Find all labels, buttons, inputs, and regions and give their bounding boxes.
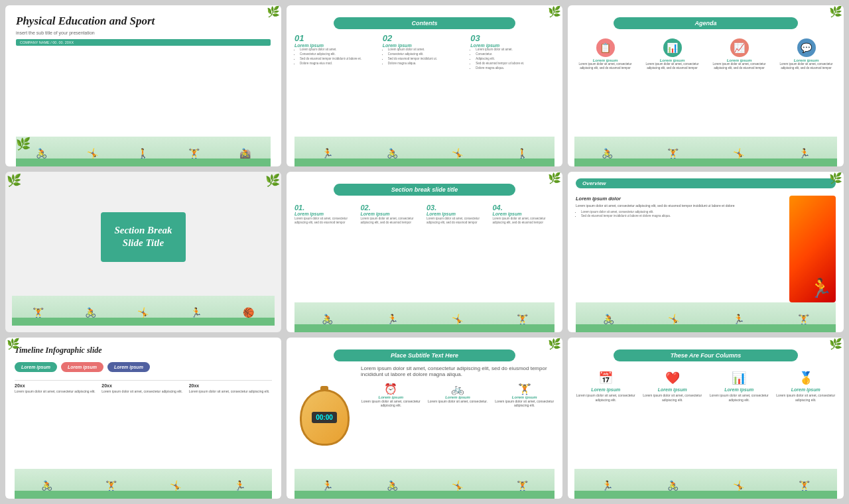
four-col-4: 🥇 Lorem ipsum Lorem ipsum dolor sit amet… (775, 371, 838, 403)
four-col1-label: Lorem ipsum (574, 387, 637, 392)
list-item: Dolore magna aliqua. (476, 66, 555, 70)
medal-icon: 🥇 (775, 371, 838, 385)
agenda-icons-row: 📋 Lorem ipsum Lorem ipsum dolor sit amet… (574, 38, 837, 70)
four-col4-text: Lorem ipsum dolor sit amet, consectetur … (775, 393, 838, 403)
figures: 🏃🚴🤸🚶 (294, 148, 555, 158)
timer-icon-text-2: Lorem ipsum dolor sit amet, consectetur. (428, 399, 488, 403)
section-col-4: 04. Lorem ipsum Lorem ipsum dolor sit am… (493, 204, 555, 225)
section-col-1: 01. Lorem ipsum Lorem ipsum dolor sit am… (294, 204, 357, 225)
list-item: Consectetur adipiscing elit. (388, 52, 467, 56)
tl-year-2: 20xx (101, 383, 184, 388)
slide2-illustration: 🏃🚴🤸🚶 (294, 137, 555, 166)
list-item: Sed do eiusmod tempor ut labore et. (476, 62, 555, 66)
agenda-text-4: Lorem ipsum dolor sit amet, consectetur … (775, 62, 837, 70)
overview-banner: Overview (576, 178, 836, 188)
list-item: Lorem ipsum dolor sit amet. (388, 48, 467, 52)
agenda-item-4: 💬 Lorem ipsum Lorem ipsum dolor sit amet… (775, 38, 837, 70)
stopwatch-left: 00:00 (294, 365, 354, 469)
timeline-pills: Lorem ipsum Lorem ipsum Lorem ipsum (15, 362, 272, 372)
section-slide-banner: Section break slide title (334, 184, 515, 196)
section-col3-num: 03. (426, 204, 489, 212)
col3-num: 03 (470, 33, 555, 43)
agenda-item-1: 📋 Lorem ipsum Lorem ipsum dolor sit amet… (574, 38, 636, 70)
divider (15, 380, 272, 381)
section-col1-title: Lorem ipsum (294, 212, 357, 216)
overview-text: Lorem ipsum dolor Lorem ipsum dolor sit … (576, 196, 784, 303)
agenda-item-3: 📈 Lorem ipsum Lorem ipsum dolor sit amet… (708, 38, 770, 70)
agenda-icon-1: 📋 (596, 38, 615, 57)
section-break-title-line2: Slide Title (123, 237, 164, 248)
figures: 🚴🤸🏃🏋️ (576, 314, 836, 324)
stopwatch: 00:00 (300, 389, 350, 446)
timer-icon-text-3: Lorem ipsum dolor sit amet, consectetur … (494, 399, 555, 407)
tree-left-icon: 🌿 (16, 137, 31, 151)
list-item: Dolore magna aliqua. (388, 62, 467, 66)
timer-icon-2: 🚲 Lorem ipsum Lorem ipsum dolor sit amet… (428, 383, 488, 407)
four-col2-text: Lorem ipsum dolor sit amet, consectetur … (641, 393, 704, 403)
dumbbell-icon: 🏋️ (494, 383, 555, 395)
pill-3: Lorem ipsum (107, 362, 150, 372)
four-col-1: 📅 Lorem ipsum Lorem ipsum dolor sit amet… (574, 371, 637, 403)
slide6-illustration: 🚴🤸🏃🏋️ (576, 302, 836, 332)
list-item: Sed do eiusmod tempor incididunt ut. (388, 57, 467, 61)
tl-col-3: 20xx Lorem ipsum dolor sit amet, consect… (189, 383, 272, 394)
slide5-illustration: 🚴🏃🤸🏋️ (294, 302, 555, 332)
timer-icon-text-1: Lorem ipsum dolor sit amet, consectetur … (361, 399, 421, 407)
agenda-icon-3: 📈 (730, 38, 749, 57)
slide1-illustration: 🚴🤸🚶🏋️🚵 🌿 (16, 137, 271, 166)
section-col3-title: Lorem ipsum (426, 212, 489, 216)
slide-6-overview: 🌿 Overview Lorem ipsum dolor Lorem ipsum… (568, 172, 844, 333)
tree-icon: 🌿 (267, 5, 280, 18)
col1-list: Lorem ipsum dolor sit amet. Consectetur … (294, 48, 379, 66)
pill-1: Lorem ipsum (15, 362, 57, 372)
slide8-illustration: 🏃🚴🤸🏋️ (294, 469, 555, 499)
slide-5-section-break-slide: 🌿 Section break slide title 01. Lorem ip… (287, 172, 562, 333)
col2-list: Lorem ipsum dolor sit amet. Consectetur … (383, 48, 467, 66)
section-col4-text: Lorem ipsum dolor sit amet, consectetur … (493, 217, 555, 225)
agenda-icon-4: 💬 (797, 38, 816, 57)
calendar-icon: 📅 (574, 371, 637, 385)
timer-icon-1: ⏰ Lorem ipsum Lorem ipsum dolor sit amet… (361, 383, 421, 407)
tl-col-2: 20xx Lorem ipsum dolor sit amet, consect… (101, 383, 184, 394)
agenda-icon-2: 📊 (663, 38, 682, 57)
overview-content: Lorem ipsum dolor Lorem ipsum dolor sit … (576, 196, 836, 303)
section-col2-title: Lorem ipsum (361, 212, 423, 216)
four-col-banner: These Are Four Columns (614, 349, 797, 361)
tl-year-1: 20xx (15, 383, 98, 388)
grass (294, 324, 555, 332)
section-col4-title: Lorem ipsum (493, 212, 555, 216)
col2-num: 02 (383, 33, 467, 43)
four-col3-text: Lorem ipsum dolor sit amet, consectetur … (708, 393, 771, 403)
tl-text-1: Lorem ipsum dolor sit amet, consectetur … (15, 389, 98, 394)
section-break-title-line1: Section Break (114, 225, 172, 235)
col-1: 01 Lorem ipsum Lorem ipsum dolor sit ame… (294, 33, 379, 137)
slide-1-title: 🌿 Physical Education and Sport insert th… (5, 5, 281, 166)
slide1-title: Physical Education and Sport (16, 15, 271, 28)
agenda-text-3: Lorem ipsum dolor sit amet, consectetur … (708, 62, 770, 70)
tree-icon: 🌿 (548, 172, 561, 184)
figures: 🚴🏋️🤸🏃 (15, 480, 272, 491)
timeline-row: 20xx Lorem ipsum dolor sit amet, consect… (15, 383, 272, 394)
contents-columns: 01 Lorem ipsum Lorem ipsum dolor sit ame… (294, 33, 555, 137)
slide-7-timeline: 🌿 Timeline Infographic slide Lorem ipsum… (5, 338, 281, 499)
figures: 🏃🚴🤸🏋️ (574, 480, 837, 491)
tree-icon: 🌿 (7, 338, 20, 350)
chart-icon: 📊 (708, 371, 771, 385)
tree-icon: 🌿 (829, 172, 842, 184)
agenda-banner: Agenda (614, 17, 797, 29)
figures: 🏃🚴🤸🏋️ (294, 480, 555, 491)
timer-icon-3: 🏋️ Lorem ipsum Lorem ipsum dolor sit ame… (494, 383, 555, 407)
tl-text-3: Lorem ipsum dolor sit amet, consectetur … (189, 389, 272, 394)
overview-image: 🏃 (789, 196, 836, 303)
agenda-text-1: Lorem ipsum dolor sit amet, consectetur … (574, 62, 636, 70)
bullet-2: Sed do eiusmod tempor incididunt ut labo… (581, 214, 784, 218)
timer-banner: Place Subtitle Text Here (334, 349, 515, 361)
list-item: Lorem ipsum dolor sit amet. (476, 48, 555, 52)
slide-3-agenda: 🌿 Agenda 📋 Lorem ipsum Lorem ipsum dolor… (568, 5, 844, 166)
section-col-2: 02. Lorem ipsum Lorem ipsum dolor sit am… (361, 204, 423, 225)
timer-icons: ⏰ Lorem ipsum Lorem ipsum dolor sit amet… (361, 383, 555, 407)
figures: 🚴🤸🚶🏋️🚵 (16, 148, 271, 158)
grass (294, 491, 555, 499)
grass (574, 158, 837, 166)
list-item: Consectetur. (476, 52, 555, 56)
